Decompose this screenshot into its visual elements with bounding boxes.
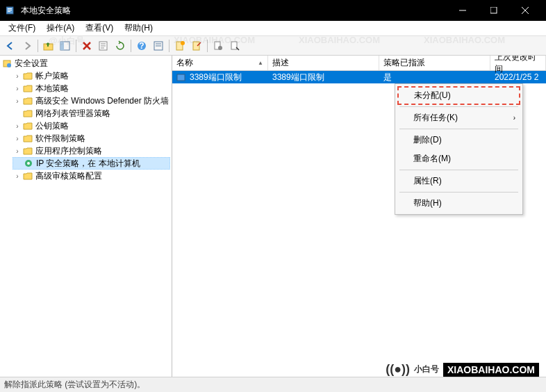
svg-rect-1 <box>8 8 12 9</box>
forward-icon[interactable] <box>19 38 35 54</box>
expand-icon[interactable]: › <box>13 122 22 130</box>
statusbar: 解除指派此策略 (尝试设置为不活动)。 <box>0 377 546 392</box>
tree-item-3[interactable]: 网络列表管理器策略 <box>13 107 170 120</box>
folder-icon <box>22 133 33 144</box>
expand-icon[interactable]: › <box>13 72 22 80</box>
folder-up-icon[interactable] <box>41 38 56 54</box>
expand-icon[interactable]: › <box>13 147 22 155</box>
list-header: 名称▲ 描述 策略已指派 上次更改时间 <box>172 56 546 71</box>
submenu-arrow-icon: › <box>513 114 515 122</box>
folder-icon <box>22 120 33 131</box>
menu-help[interactable]: 帮助(H) <box>119 21 158 35</box>
folder-icon <box>22 145 33 156</box>
manage-icon[interactable] <box>227 38 242 54</box>
back-icon[interactable] <box>3 38 18 54</box>
folder-icon <box>22 70 33 81</box>
svg-text:?: ? <box>139 41 144 51</box>
svg-rect-24 <box>193 42 199 50</box>
menu-file[interactable]: 文件(F) <box>3 21 41 35</box>
app-icon <box>6 5 17 16</box>
menu-action[interactable]: 操作(A) <box>41 21 80 35</box>
svg-point-29 <box>7 63 11 67</box>
show-hide-tree-icon[interactable] <box>58 38 73 54</box>
tree-item-7[interactable]: IP 安全策略，在 本地计算机 <box>13 157 170 170</box>
sort-asc-icon: ▲ <box>258 60 263 66</box>
tree-panel: 安全设置 ›帐户策略›本地策略›高级安全 Windows Defender 防火… <box>0 56 172 377</box>
properties-icon[interactable] <box>96 38 111 54</box>
expand-icon[interactable]: › <box>13 135 22 142</box>
svg-rect-32 <box>177 74 185 81</box>
toolbar: ? <box>0 36 546 56</box>
refresh-icon[interactable] <box>113 38 128 54</box>
folder-icon <box>22 108 33 119</box>
broadcast-icon: ((●)) <box>386 362 410 377</box>
tree-item-6[interactable]: ›应用程序控制策略 <box>13 145 170 157</box>
tree-item-8[interactable]: ›高级审核策略配置 <box>13 170 170 182</box>
svg-point-23 <box>181 41 185 45</box>
expand-icon[interactable]: › <box>13 97 22 105</box>
col-name[interactable]: 名称▲ <box>172 56 268 70</box>
col-desc[interactable]: 描述 <box>268 56 379 70</box>
tree-item-5[interactable]: ›软件限制策略 <box>13 132 170 145</box>
minimize-button[interactable] <box>447 0 478 21</box>
titlebar: 本地安全策略 <box>0 0 546 21</box>
window-title: 本地安全策略 <box>21 5 447 17</box>
tree-root[interactable]: 安全设置 <box>1 57 170 70</box>
ctx-rename[interactable]: 重命名(M) <box>397 149 521 168</box>
context-menu: 未分配(U) 所有任务(K)› 删除(D) 重命名(M) 属性(R) 帮助(H) <box>395 83 523 215</box>
tree-item-2[interactable]: ›高级安全 Windows Defender 防火墙 <box>13 95 170 107</box>
tree-item-4[interactable]: ›公钥策略 <box>13 120 170 132</box>
expand-icon[interactable]: › <box>13 172 22 180</box>
svg-rect-10 <box>60 42 64 50</box>
new-policy-icon[interactable] <box>172 38 188 54</box>
ctx-delete[interactable]: 删除(D) <box>397 131 521 149</box>
folder-icon <box>22 95 33 106</box>
tree-item-1[interactable]: ›本地策略 <box>13 82 170 95</box>
menu-view[interactable]: 查看(V) <box>80 21 119 35</box>
tree-item-0[interactable]: ›帐户策略 <box>13 70 170 82</box>
expand-icon[interactable]: › <box>13 85 22 92</box>
help-icon[interactable]: ? <box>134 38 149 54</box>
ctx-help[interactable]: 帮助(H) <box>397 194 521 213</box>
status-text: 解除指派此策略 (尝试设置为不活动)。 <box>4 379 145 391</box>
ctx-unassign[interactable]: 未分配(U) <box>397 86 520 105</box>
svg-point-31 <box>27 162 30 165</box>
filter-icon[interactable] <box>210 38 226 54</box>
security-icon <box>1 58 13 69</box>
folder-icon <box>22 83 33 94</box>
svg-rect-27 <box>231 42 237 49</box>
ctx-all-tasks[interactable]: 所有任务(K)› <box>397 108 521 127</box>
delete-icon[interactable] <box>79 38 94 54</box>
list-panel: 名称▲ 描述 策略已指派 上次更改时间 3389端口限制3389端口限制是202… <box>172 56 546 377</box>
config-icon[interactable] <box>189 38 204 54</box>
maximize-button[interactable] <box>478 0 509 21</box>
policy-icon <box>176 72 188 82</box>
col-date[interactable]: 上次更改时间 <box>490 56 546 70</box>
list-row[interactable]: 3389端口限制3389端口限制是2022/1/25 2 <box>172 71 546 83</box>
export-list-icon[interactable] <box>151 38 166 54</box>
brand-watermark: ((●)) 小白号 XIAOBAIHAO.COM <box>386 362 539 377</box>
col-assigned[interactable]: 策略已指派 <box>379 56 490 70</box>
svg-rect-2 <box>8 10 12 10</box>
svg-point-26 <box>218 46 222 50</box>
folder-icon <box>23 158 34 169</box>
svg-rect-5 <box>490 7 497 13</box>
close-button[interactable] <box>509 0 540 21</box>
folder-icon <box>22 170 33 181</box>
ctx-properties[interactable]: 属性(R) <box>397 172 521 190</box>
svg-rect-3 <box>8 11 10 12</box>
menubar: 文件(F) 操作(A) 查看(V) 帮助(H) <box>0 21 546 36</box>
